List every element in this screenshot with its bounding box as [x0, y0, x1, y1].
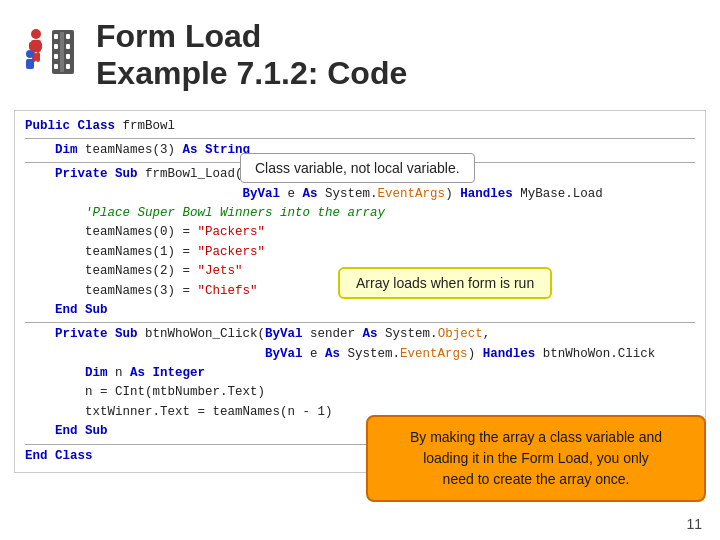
svg-rect-13 — [37, 42, 42, 50]
svg-rect-17 — [26, 59, 34, 69]
header: Form Load Example 7.1.2: Code — [0, 0, 720, 102]
svg-rect-8 — [66, 64, 70, 69]
svg-rect-7 — [54, 64, 58, 69]
svg-rect-2 — [66, 34, 70, 39]
code-line-9: teamNames(1) = "Packers" — [25, 243, 695, 262]
svg-point-10 — [31, 29, 41, 39]
code-line-1: Public Class frmBowl — [25, 117, 695, 136]
code-line-12: End Sub — [25, 301, 695, 320]
callout-class-variable: Class variable, not local variable. — [240, 153, 475, 183]
code-line-6: ByVal e As System.EventArgs) Handles MyB… — [25, 185, 695, 204]
logo-icon — [20, 22, 80, 82]
title-line1: Form Load — [96, 18, 407, 55]
svg-rect-9 — [60, 32, 64, 72]
svg-rect-6 — [66, 54, 70, 59]
callout-explanation-line1: By making the array a class variable and — [410, 429, 662, 445]
svg-point-16 — [26, 50, 34, 58]
svg-rect-3 — [54, 44, 58, 49]
callout-explanation-line3: need to create the array once. — [443, 471, 630, 487]
svg-rect-4 — [66, 44, 70, 49]
code-line-17: n = CInt(mtbNumber.Text) — [25, 383, 695, 402]
callout-class-variable-text: Class variable, not local variable. — [255, 160, 460, 176]
code-line-8: teamNames(0) = "Packers" — [25, 223, 695, 242]
code-line-16: Dim n As Integer — [25, 364, 695, 383]
code-line-7: 'Place Super Bowl Winners into the array — [25, 204, 695, 223]
callout-array-loads: Array loads when form is run — [338, 267, 552, 299]
callout-explanation-line2: loading it in the Form Load, you only — [423, 450, 649, 466]
code-line-15: ByVal e As System.EventArgs) Handles btn… — [25, 345, 695, 364]
svg-rect-5 — [54, 54, 58, 59]
page-number: 11 — [686, 516, 702, 532]
code-line-14: Private Sub btnWhoWon_Click(ByVal sender… — [25, 325, 695, 344]
title-block: Form Load Example 7.1.2: Code — [96, 18, 407, 92]
callout-array-loads-text: Array loads when form is run — [356, 275, 534, 291]
svg-rect-1 — [54, 34, 58, 39]
title-line2: Example 7.1.2: Code — [96, 55, 407, 92]
svg-rect-15 — [36, 52, 40, 62]
svg-rect-12 — [29, 42, 34, 50]
callout-explanation: By making the array a class variable and… — [366, 415, 706, 502]
